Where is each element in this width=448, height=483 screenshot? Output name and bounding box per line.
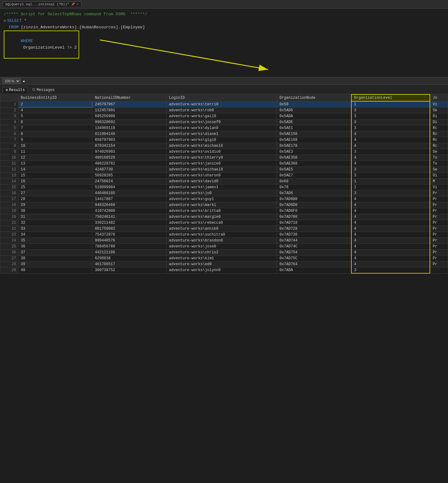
cell-organizationlevel: 1 xyxy=(351,184,430,190)
cell-loginid: adventure-works\david0 xyxy=(166,179,277,184)
cell-organizationnode: 0x5AE3 xyxy=(277,149,351,155)
row-number: 7 xyxy=(0,137,18,143)
cell-nationalidnumber: 14417807 xyxy=(92,196,166,202)
row-number: 9 xyxy=(0,149,18,155)
cell-businessentityid: 11 xyxy=(18,149,92,155)
cell-nationalidnumber: 750246141 xyxy=(92,214,166,220)
cell-loginid: adventure-works\margie0 xyxy=(166,214,277,220)
cell-businessentityid: 32 xyxy=(18,220,92,226)
cell-organizationnode: 0x7AD6 xyxy=(277,190,351,196)
cell-organizationlevel: 4 xyxy=(351,220,430,226)
table-row: 2233801758002adventure-works\annik00x7AD… xyxy=(0,226,448,232)
row-number: 1 xyxy=(0,101,18,108)
cell-organizationnode: 0x7AD74C xyxy=(277,244,351,250)
cell-loginid: adventure-works\diane1 xyxy=(166,131,277,137)
table-row: 2132330211482adventure-works\rebecca00x7… xyxy=(0,220,448,226)
cell-loginid: adventure-works\ed0 xyxy=(166,261,277,267)
close-icon[interactable]: ✕ xyxy=(77,2,79,6)
cell-jo: Pr xyxy=(430,244,448,250)
row-number: 4 xyxy=(0,119,18,125)
cell-jo: Pr xyxy=(430,214,448,220)
cell-businessentityid: 29 xyxy=(18,202,92,208)
row-number: 15 xyxy=(0,184,18,190)
cell-nationalidnumber: 754372876 xyxy=(92,232,166,238)
cell-nationalidnumber: 974026903 xyxy=(92,149,166,155)
table-row: 1829948320468adventure-works\mark10x7AD6… xyxy=(0,202,448,208)
cell-organizationnode: 0x78 xyxy=(277,184,351,190)
code-line-4: WHERE OrganizationLevel != 2 xyxy=(4,31,444,58)
cell-organizationnode: 0x68 xyxy=(277,179,351,184)
col-organizationnode: OrganizationNode xyxy=(277,94,351,101)
cell-loginid: adventure-works\jolynn0 xyxy=(166,267,277,274)
row-number: 25 xyxy=(0,244,18,250)
row-number: 29 xyxy=(0,267,18,274)
cell-organizationnode: 0x5AD6 xyxy=(277,108,351,113)
pin-icon[interactable]: 📌 xyxy=(71,2,75,6)
cell-businessentityid: 34 xyxy=(18,232,92,238)
cell-loginid: adventure-works\jose0 xyxy=(166,244,277,250)
cell-loginid: adventure-works\rebecca0 xyxy=(166,220,277,226)
cell-loginid: adventure-works\gigi0 xyxy=(166,137,277,143)
cell-jo: Vi xyxy=(430,101,448,108)
cell-jo: Pr xyxy=(430,232,448,238)
cell-nationalidnumber: 480168528 xyxy=(92,155,166,161)
cell-nationalidnumber: 442121106 xyxy=(92,250,166,256)
table-row: 57134969118adventure-works\dylan00x5AE13… xyxy=(0,125,448,131)
cell-nationalidnumber: 330211482 xyxy=(92,220,166,226)
cell-businessentityid: 25 xyxy=(18,184,92,190)
cell-organizationlevel: 4 xyxy=(351,143,430,149)
cell-businessentityid: 2 xyxy=(18,101,92,108)
results-container[interactable]: BusinessEntityID NationalIDNumber LoginI… xyxy=(0,94,448,437)
cell-loginid: adventure-works\jo0 xyxy=(166,190,277,196)
cell-businessentityid: 12 xyxy=(18,155,92,161)
table-row: 1012480168528adventure-works\thierry00x5… xyxy=(0,155,448,161)
zoom-select[interactable]: 100 % 75 % 150 % xyxy=(2,78,21,84)
table-row: 68811994146adventure-works\diane10x5AE15… xyxy=(0,131,448,137)
query-tab[interactable]: SQLQuery1.sql...inzinsql (75))* 📌 ✕ xyxy=(2,2,81,7)
cell-organizationlevel: 3 xyxy=(351,173,430,179)
cell-nationalidnumber: 56920285 xyxy=(92,173,166,179)
collapse-icon[interactable]: ⊟ xyxy=(4,18,6,24)
cell-organizationlevel: 4 xyxy=(351,232,430,238)
cell-nationalidnumber: 461786517 xyxy=(92,261,166,267)
tab-messages-label: Messages xyxy=(36,88,55,92)
row-number: 3 xyxy=(0,113,18,119)
table-row: 911974026903adventure-works\ovidiu00x5AE… xyxy=(0,149,448,155)
row-number: 20 xyxy=(0,214,18,220)
cell-organizationnode: 0x7AD6B0 xyxy=(277,196,351,202)
scroll-left-icon[interactable]: ◀ xyxy=(22,79,25,83)
cell-loginid: adventure-works\jossef0 xyxy=(166,119,277,125)
cell-nationalidnumber: 695256908 xyxy=(92,113,166,119)
table-row: 2839461786517adventure-works\ed00x7AD764… xyxy=(0,261,448,267)
cell-jo: Pr xyxy=(430,202,448,208)
cell-organizationnode: 0x7AD708 xyxy=(277,214,351,220)
table-row: 810879342154adventure-works\michael60x5A… xyxy=(0,143,448,149)
cell-jo: Pr xyxy=(430,250,448,256)
cell-organizationlevel: 4 xyxy=(351,261,430,267)
where-clause: WHERE OrganizationLevel != 2 xyxy=(4,31,79,58)
tab-messages[interactable]: 🗨 Messages xyxy=(29,87,58,93)
cell-businessentityid: 9 xyxy=(18,137,92,143)
cell-organizationlevel: 3 xyxy=(351,149,430,155)
table-row: 46998320692adventure-works\jossef00x5ADE… xyxy=(0,119,448,125)
cell-businessentityid: 40 xyxy=(18,267,92,274)
cell-nationalidnumber: 410742000 xyxy=(92,208,166,214)
cell-nationalidnumber: 999440576 xyxy=(92,238,166,244)
cell-jo: Di xyxy=(430,173,448,179)
editor-area[interactable]: /***** Script for SelectTopNRows command… xyxy=(0,9,448,77)
cell-loginid: adventure-works\james1 xyxy=(166,184,277,190)
cell-jo: Rc xyxy=(430,125,448,131)
cell-organizationnode: 0x7AD764 xyxy=(277,261,351,267)
zoom-bar: 100 % 75 % 150 % ◀ xyxy=(0,77,448,85)
col-rownum xyxy=(0,94,18,101)
cell-organizationlevel: 4 xyxy=(351,256,430,261)
tab-results[interactable]: ⊞ Results xyxy=(2,87,28,93)
row-number: 5 xyxy=(0,125,18,131)
cell-organizationlevel: 4 xyxy=(351,196,430,202)
cell-organizationlevel: 4 xyxy=(351,131,430,137)
tab-results-label: Results xyxy=(9,88,25,92)
cell-organizationnode: 0x7ADA xyxy=(277,267,351,274)
code-line-1: /***** Script for SelectTopNRows command… xyxy=(4,11,444,18)
cell-nationalidnumber: 948320468 xyxy=(92,202,166,208)
table-row: 27386298838adventure-works\kim10x7AD75C4… xyxy=(0,256,448,261)
